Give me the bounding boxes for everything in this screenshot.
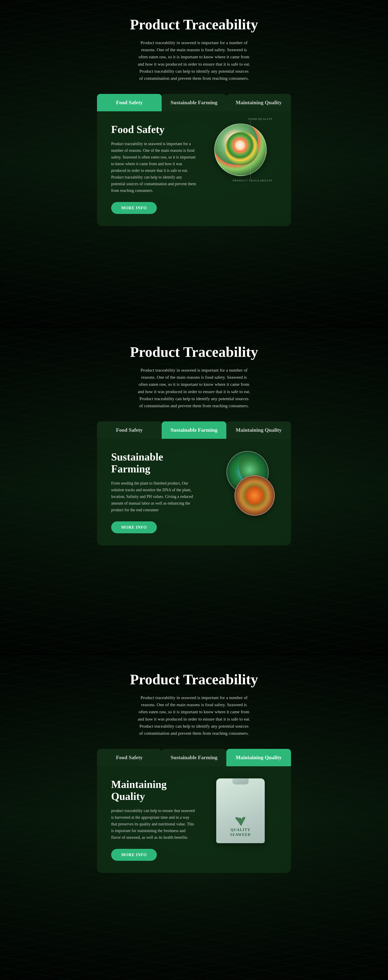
- page-description-3: Product traceability in seaweed is impor…: [138, 694, 250, 737]
- card-text-3: product traceability can help to ensure …: [111, 807, 196, 841]
- section-sustainable-farming: Product Traceability Product traceabilit…: [0, 328, 388, 654]
- card-title: Food Safety: [111, 124, 196, 135]
- food-bowl-image: [214, 124, 267, 176]
- page-title-3: Product Traceability: [130, 671, 258, 688]
- tab-sustainable-farming-2[interactable]: Sustainable Farming: [162, 422, 226, 439]
- card-sustainable-farming: Sustainable Farming From seeding the pla…: [97, 439, 291, 546]
- quality-seaweed-bag: QUALITY SEAWEED: [216, 778, 265, 843]
- tab-sustainable-farming-3[interactable]: Sustainable Farming: [162, 749, 226, 766]
- page-title-2: Product Traceability: [130, 344, 258, 361]
- label-product-traceability: PRODUCT TRACEABILITY: [233, 179, 273, 182]
- section-content-2: Product Traceability Product traceabilit…: [0, 328, 388, 546]
- page-description-2: Product traceability in seaweed is impor…: [138, 366, 250, 409]
- tabs-container-2: Food Safety Sustainable Farming Maintain…: [97, 422, 291, 439]
- tab-sustainable-farming[interactable]: Sustainable Farming: [162, 94, 226, 111]
- bag-quality-label: QUALITY SEAWEED: [230, 827, 251, 837]
- farming-images: [206, 451, 275, 516]
- card-maintaining-quality: Maintaining Quality product traceability…: [97, 766, 291, 873]
- tabs-container-3: Food Safety Sustainable Farming Maintain…: [97, 749, 291, 766]
- tabs-container: Food Safety Sustainable Farming Maintain…: [97, 94, 291, 111]
- more-info-button-3[interactable]: MORE INFO: [111, 849, 157, 861]
- card-right: FOOD QUALITY PRODUCT TRACEABILITY: [204, 124, 277, 178]
- section-content-3: Product Traceability Product traceabilit…: [0, 655, 388, 873]
- card-left: Food Safety Product traceability in seaw…: [111, 124, 196, 214]
- card-text-2: From seeding the plant to finished produ…: [111, 480, 196, 513]
- tab-food-safety-3[interactable]: Food Safety: [97, 749, 162, 766]
- tab-food-safety-2[interactable]: Food Safety: [97, 422, 162, 439]
- more-info-button[interactable]: MORE INFO: [111, 202, 157, 214]
- section-maintaining-quality: Product Traceability Product traceabilit…: [0, 655, 388, 980]
- page-description: Product traceability in seaweed is impor…: [138, 39, 250, 82]
- card-food-safety: Food Safety Product traceability in seaw…: [97, 111, 291, 226]
- card-right-3: QUALITY SEAWEED: [204, 778, 277, 843]
- seaweed-icon: [233, 807, 249, 826]
- card-left-2: Sustainable Farming From seeding the pla…: [111, 451, 196, 533]
- card-text: Product traceability in seaweed is impor…: [111, 140, 196, 194]
- tab-maintaining-quality-3[interactable]: Maintaining Quality: [226, 749, 291, 766]
- tab-maintaining-quality-2[interactable]: Maintaining Quality: [226, 422, 291, 439]
- card-title-2: Sustainable Farming: [111, 451, 196, 475]
- card-left-3: Maintaining Quality product traceability…: [111, 778, 196, 861]
- label-food-quality: FOOD QUALITY: [249, 118, 273, 121]
- tab-food-safety[interactable]: Food Safety: [97, 94, 162, 111]
- card-right-2: [204, 451, 277, 516]
- tab-maintaining-quality[interactable]: Maintaining Quality: [226, 94, 291, 111]
- more-info-button-2[interactable]: MORE INFO: [111, 521, 157, 533]
- card-title-3: Maintaining Quality: [111, 778, 196, 802]
- section-food-safety: Product Traceability Product traceabilit…: [0, 0, 388, 327]
- farming-circle-plants: [234, 475, 275, 516]
- page-title: Product Traceability: [130, 16, 258, 33]
- section-content: Product Traceability Product traceabilit…: [0, 0, 388, 226]
